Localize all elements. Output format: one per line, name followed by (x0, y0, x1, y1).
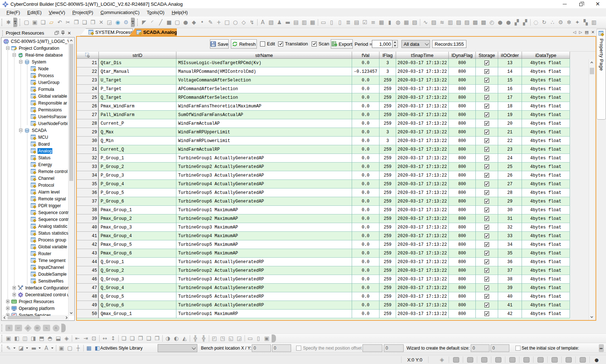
storage-checkbox[interactable] (484, 251, 489, 256)
tree-item-real-time-database[interactable]: Real-time database (2, 52, 69, 58)
connector-icon[interactable]: ↯ (248, 18, 256, 26)
rotate-left-icon[interactable]: ◐ (172, 334, 180, 342)
cell-iDataType[interactable]: 4bytes float (522, 119, 570, 128)
toolbar-grip[interactable] (1, 324, 3, 332)
cell-tSnapTime[interactable]: 2020-03-17 17:13:22 (396, 275, 449, 284)
cell-lDynaFlag[interactable]: 800 (449, 145, 476, 154)
status-slot-2-icon[interactable] (464, 356, 476, 363)
cell-strID[interactable]: P_Target (99, 85, 176, 93)
cell-lDynaFlag[interactable]: 800 (449, 111, 476, 119)
grid-vertical-scrollbar[interactable] (589, 59, 594, 320)
cell-strName[interactable]: TurbineGroup6 ActuallyGeneratedRP (176, 301, 352, 310)
cell-strID[interactable]: Q_Target (99, 93, 176, 102)
cell-strName[interactable]: VoltageCommandAfterSelection (176, 76, 352, 85)
cell-iDataType[interactable]: 4bytes float (522, 301, 570, 310)
select-all-header[interactable] (77, 52, 99, 59)
tree-item-formula[interactable]: Formula (2, 86, 69, 93)
cell-fVal[interactable]: 0.0 (352, 85, 379, 93)
tab-system-process[interactable]: SYSTEM.Process (80, 28, 133, 36)
circle-fill2-icon[interactable]: ● (504, 18, 513, 26)
cell-lDynaFlag[interactable]: 800 (449, 301, 476, 310)
cell-strID[interactable]: Q_Group_6 (99, 301, 176, 310)
cell-iIOOrder[interactable]: 42 (498, 310, 522, 318)
cell-iIOOrder[interactable]: 27 (498, 180, 522, 188)
cell-lDynaFlag[interactable]: 800 (449, 59, 476, 67)
tree-item-time-segment[interactable]: Time segment (2, 257, 69, 264)
align-center-icon[interactable]: ◫ (21, 334, 29, 342)
object-nodes-icon[interactable]: ∴ (548, 18, 557, 26)
cell-iIOOrder[interactable]: 41 (498, 301, 522, 310)
refresh-button[interactable]: Refresh (231, 39, 257, 49)
tree-item-remote-control[interactable]: Remote control (2, 168, 69, 175)
cell-tSnapTime[interactable]: 2020-03-17 17:13:22 (396, 128, 449, 137)
cell-iIOOrder[interactable]: 14 (498, 67, 522, 76)
cell-strID[interactable]: P_Group_6 (99, 197, 176, 206)
cell-iIOOrder[interactable]: 36 (498, 258, 522, 266)
table-row-33[interactable]: 33P_Group_2TurbineGroup2 ActuallyGenerat… (77, 163, 570, 171)
cell-strName[interactable]: TurbineGroup4 MaximumAP (176, 232, 352, 240)
cell-strName[interactable]: TurbineGroup1 MaximumAP (176, 206, 352, 214)
tree-item-pdr-trigger[interactable]: PDR trigger (2, 202, 69, 209)
cell-iDataType[interactable]: 4bytes float (522, 180, 570, 188)
filled-ellipse-icon[interactable]: ● (181, 18, 190, 26)
storage-checkbox[interactable] (484, 138, 489, 143)
tree-item-scada[interactable]: SCADA (2, 127, 69, 134)
cell-iDataType[interactable]: 4bytes float (522, 197, 570, 206)
cell-iIOOrder[interactable]: 24 (498, 154, 522, 163)
chart-area-icon[interactable]: ▚ (581, 18, 590, 26)
cell-fVal[interactable]: 0.0 (352, 137, 379, 145)
scroll-up-icon[interactable] (69, 38, 74, 43)
data-range-select[interactable]: All data (401, 40, 430, 48)
mirror-icon[interactable]: ◭ (180, 334, 189, 342)
group-icon[interactable]: ◰ (210, 334, 219, 342)
tab-scada-analog[interactable]: SCADA.Analog (129, 28, 177, 36)
collapse-icon[interactable] (19, 129, 22, 132)
storage-checkbox[interactable] (484, 259, 489, 264)
ungroup-icon[interactable]: ◳ (219, 334, 227, 342)
row-number[interactable]: 26 (77, 102, 99, 111)
cell-tSnapTime[interactable]: 2020-03-17 17:13:22 (396, 249, 449, 258)
cell-iIOOrder[interactable]: 32 (498, 223, 522, 232)
cell-lFlag[interactable]: 259 (379, 111, 396, 119)
cell-iDataType[interactable]: 4bytes float (522, 275, 570, 284)
text-box-icon[interactable]: ▯ (336, 18, 344, 26)
cell-fVal[interactable]: 0.0 (352, 119, 379, 128)
cell-lDynaFlag[interactable]: 800 (449, 154, 476, 163)
table-row-40[interactable]: 40Pmax_Group_3TurbineGroup3 MaximumAP0.0… (77, 223, 570, 232)
panel-grid-icon[interactable]: ▥ (590, 18, 598, 26)
expand-icon[interactable] (13, 286, 16, 289)
tree-scroll-thumb[interactable] (69, 44, 73, 181)
chart-wave-icon[interactable]: ∿ (421, 18, 430, 26)
storage-checkbox[interactable] (484, 208, 489, 212)
cell-strID[interactable]: Q_Group_4 (99, 284, 176, 292)
tab-list-button[interactable]: ▤ (584, 29, 590, 35)
storage-checkbox[interactable] (484, 147, 489, 152)
cell-Storage[interactable] (476, 310, 498, 318)
circle-fill-icon[interactable]: ● (496, 18, 504, 26)
cell-strName[interactable]: WindFarmRPLowerLimit (176, 137, 352, 145)
cell-strID[interactable]: P_Group_4 (99, 180, 176, 188)
tree-item-decentralized-control-u[interactable]: Decentralized control u (2, 291, 69, 298)
combine-icon[interactable]: ◱ (227, 334, 235, 342)
cell-lFlag[interactable]: 259 (379, 180, 396, 188)
tree-item-channel[interactable]: Channel (2, 175, 69, 182)
cell-tSnapTime[interactable]: 2020-03-17 17:13:22 (396, 232, 449, 240)
storage-checkbox[interactable] (484, 112, 489, 117)
cell-iDataType[interactable]: 4bytes float (522, 76, 570, 85)
cell-lFlag[interactable]: 259 (379, 266, 396, 275)
status-slot-1-icon[interactable] (450, 356, 462, 363)
cell-iIOOrder[interactable]: 18 (498, 102, 522, 111)
cell-iIOOrder[interactable]: 38 (498, 275, 522, 284)
storage-checkbox[interactable] (484, 225, 489, 230)
cell-strID[interactable]: Q_Group_5 (99, 292, 176, 301)
cell-iDataType[interactable]: 4bytes float (522, 232, 570, 240)
storage-checkbox[interactable] (484, 285, 489, 290)
cell-Storage[interactable] (476, 85, 498, 93)
storage-checkbox[interactable] (484, 61, 489, 65)
tree-item-alarm-level[interactable]: Alarm level (2, 188, 69, 195)
row-number[interactable]: 34 (77, 171, 99, 180)
status-slot-8-icon[interactable] (548, 356, 561, 363)
row-number[interactable]: 28 (77, 119, 99, 128)
cell-iDataType[interactable]: 4bytes float (522, 154, 570, 163)
cell-iIOOrder[interactable]: 15 (498, 76, 522, 85)
